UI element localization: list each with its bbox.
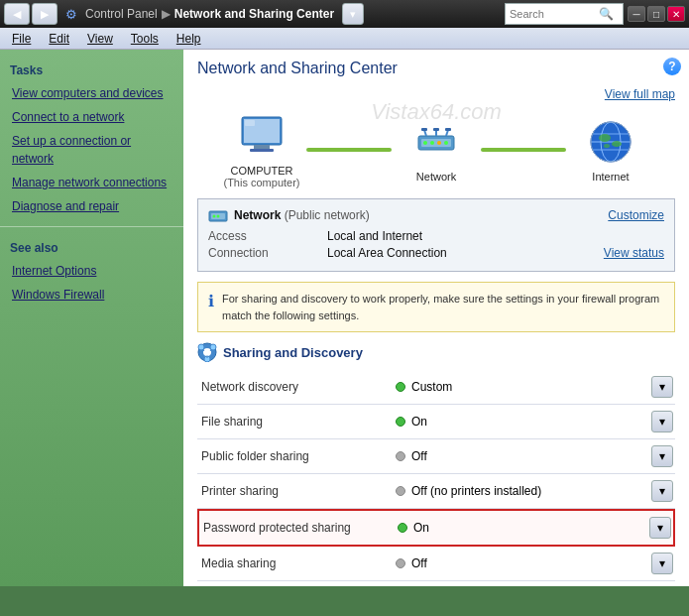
breadcrumb-arrow1: ▶ <box>162 7 171 21</box>
password-label: Password protected sharing <box>199 521 398 535</box>
view-full-map-link[interactable]: View full map <box>605 87 675 101</box>
computer-icon <box>232 111 291 161</box>
connector-1 <box>306 145 392 155</box>
printer-status: Off (no printers installed) <box>396 484 651 498</box>
public-folder-status: Off <box>396 449 651 463</box>
password-status: On <box>398 521 649 535</box>
svg-rect-16 <box>445 128 451 131</box>
sidebar-item-setup-connection[interactable]: Set up a connection or network <box>0 129 183 171</box>
back-button[interactable]: ◀ <box>4 3 30 25</box>
sharing-rows: Network discovery Custom ▾ File sharing … <box>197 370 675 581</box>
forward-button[interactable]: ▶ <box>32 3 57 25</box>
network-discovery-label: Network discovery <box>197 380 396 394</box>
menu-help[interactable]: Help <box>169 30 209 48</box>
svg-rect-2 <box>254 145 270 149</box>
file-sharing-label: File sharing <box>197 415 396 429</box>
sidebar-item-windows-firewall[interactable]: Windows Firewall <box>0 283 183 307</box>
network-status-box: Network (Public network) Customize Acces… <box>197 198 675 272</box>
search-icon: 🔍 <box>599 7 614 21</box>
sharing-section-title: Sharing and Discovery <box>223 345 363 360</box>
title-nav-buttons: ◀ ▶ <box>4 3 57 25</box>
media-expand[interactable]: ▾ <box>651 553 673 574</box>
access-row: Access Local and Internet <box>208 229 664 243</box>
tasks-label: Tasks <box>0 58 183 81</box>
svg-point-28 <box>213 215 216 218</box>
public-folder-label: Public folder sharing <box>197 449 396 463</box>
network-discovery-dot <box>396 382 405 392</box>
sharing-row-media: Media sharing Off ▾ <box>197 547 675 581</box>
sidebar-item-manage-connections[interactable]: Manage network connections <box>0 171 183 194</box>
network-discovery-status: Custom <box>396 380 651 394</box>
file-sharing-status: On <box>396 415 651 429</box>
computer-node: COMPUTER(This computer) <box>217 111 306 188</box>
customize-link[interactable]: Customize <box>608 208 664 222</box>
svg-point-10 <box>444 141 448 145</box>
printer-expand[interactable]: ▾ <box>651 480 673 502</box>
connector-2 <box>481 145 566 155</box>
sharing-icon <box>197 342 217 362</box>
see-also-label: See also <box>0 235 183 259</box>
menu-view[interactable]: View <box>79 30 121 48</box>
dropdown-button[interactable]: ▾ <box>342 3 364 25</box>
svg-point-8 <box>430 141 434 145</box>
info-icon: ℹ <box>208 292 214 310</box>
sharing-row-password: Password protected sharing On ▾ <box>197 509 675 547</box>
window-controls[interactable]: ─ □ ✕ <box>628 6 685 22</box>
sidebar-item-connect-network[interactable]: Connect to a network <box>0 105 183 129</box>
sidebar: Tasks View computers and devices Connect… <box>0 50 183 586</box>
network-icon <box>406 117 466 167</box>
sidebar-item-internet-options[interactable]: Internet Options <box>0 259 183 283</box>
view-full-map: View full map <box>197 87 675 101</box>
network-name: Network (Public network) <box>234 208 370 222</box>
media-label: Media sharing <box>197 556 396 570</box>
password-dot <box>398 523 407 533</box>
network-label: Network <box>416 171 456 183</box>
printer-dot <box>396 486 405 496</box>
svg-point-29 <box>217 215 220 218</box>
network-discovery-expand[interactable]: ▾ <box>651 376 673 398</box>
svg-point-23 <box>599 134 611 142</box>
sharing-row-public-folder: Public folder sharing Off ▾ <box>197 439 675 474</box>
network-status-icon <box>208 207 228 223</box>
menu-bar: File Edit View Tools Help <box>0 28 689 50</box>
network-status-header: Network (Public network) Customize <box>208 207 664 223</box>
internet-node: Internet <box>566 117 655 183</box>
sidebar-item-view-computers[interactable]: View computers and devices <box>0 81 183 105</box>
help-icon[interactable]: ? <box>663 58 681 75</box>
minimize-button[interactable]: ─ <box>628 6 645 22</box>
password-expand[interactable]: ▾ <box>649 517 671 539</box>
file-sharing-expand[interactable]: ▾ <box>651 411 673 432</box>
close-button[interactable]: ✕ <box>667 6 685 22</box>
svg-rect-14 <box>421 128 427 131</box>
search-input[interactable] <box>510 8 599 20</box>
breadcrumb-current: Network and Sharing Center <box>174 7 334 21</box>
computer-label: COMPUTER(This computer) <box>223 165 299 188</box>
public-folder-expand[interactable]: ▾ <box>651 445 673 467</box>
search-box[interactable]: 🔍 <box>505 3 624 25</box>
info-text: For sharing and discovery to work proper… <box>222 291 664 323</box>
sidebar-item-diagnose[interactable]: Diagnose and repair <box>0 194 183 218</box>
menu-edit[interactable]: Edit <box>41 30 77 48</box>
svg-point-24 <box>612 141 622 147</box>
access-value: Local and Internet <box>327 229 422 243</box>
file-sharing-dot <box>396 417 405 427</box>
view-status-link[interactable]: View status <box>604 246 664 260</box>
media-status: Off <box>396 556 651 570</box>
printer-value: Off (no printers installed) <box>411 484 541 498</box>
restore-button[interactable]: □ <box>647 6 665 22</box>
sharing-section-header: Sharing and Discovery <box>197 342 675 362</box>
svg-point-31 <box>203 348 211 356</box>
password-value: On <box>413 521 429 535</box>
svg-point-25 <box>604 144 610 148</box>
menu-tools[interactable]: Tools <box>123 30 167 48</box>
net-line-1 <box>306 148 392 152</box>
info-box: ℹ For sharing and discovery to work prop… <box>197 282 675 332</box>
connection-row: Connection Local Area Connection View st… <box>208 246 664 260</box>
menu-file[interactable]: File <box>4 30 39 48</box>
internet-label: Internet <box>592 171 629 183</box>
public-folder-value: Off <box>411 449 427 463</box>
access-label: Access <box>208 229 327 243</box>
public-folder-dot <box>396 451 405 461</box>
media-dot <box>396 558 405 568</box>
title-bar-left: ◀ ▶ ⚙ Control Panel ▶ Network and Sharin… <box>4 3 364 25</box>
